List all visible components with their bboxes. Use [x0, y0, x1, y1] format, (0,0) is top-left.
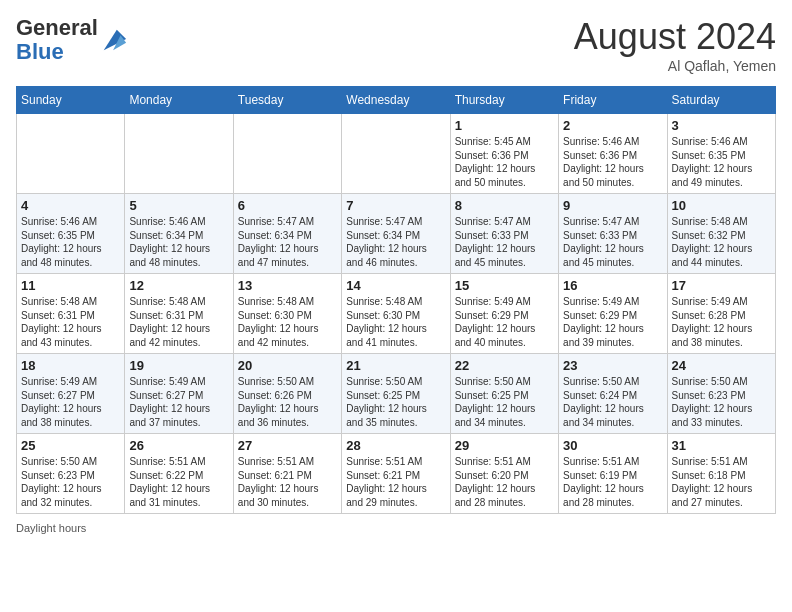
- day-cell-10: 7Sunrise: 5:47 AM Sunset: 6:34 PM Daylig…: [342, 194, 450, 274]
- day-number: 14: [346, 278, 445, 293]
- day-cell-32: 29Sunrise: 5:51 AM Sunset: 6:20 PM Dayli…: [450, 434, 558, 514]
- day-info: Sunrise: 5:51 AM Sunset: 6:18 PM Dayligh…: [672, 455, 771, 509]
- day-info: Sunrise: 5:46 AM Sunset: 6:36 PM Dayligh…: [563, 135, 662, 189]
- day-number: 17: [672, 278, 771, 293]
- day-info: Sunrise: 5:48 AM Sunset: 6:31 PM Dayligh…: [21, 295, 120, 349]
- day-number: 10: [672, 198, 771, 213]
- day-number: 8: [455, 198, 554, 213]
- day-number: 26: [129, 438, 228, 453]
- weekday-header-row: SundayMondayTuesdayWednesdayThursdayFrid…: [17, 87, 776, 114]
- day-info: Sunrise: 5:51 AM Sunset: 6:21 PM Dayligh…: [238, 455, 337, 509]
- day-info: Sunrise: 5:50 AM Sunset: 6:23 PM Dayligh…: [672, 375, 771, 429]
- day-info: Sunrise: 5:50 AM Sunset: 6:23 PM Dayligh…: [21, 455, 120, 509]
- day-cell-34: 31Sunrise: 5:51 AM Sunset: 6:18 PM Dayli…: [667, 434, 775, 514]
- day-cell-22: 19Sunrise: 5:49 AM Sunset: 6:27 PM Dayli…: [125, 354, 233, 434]
- day-info: Sunrise: 5:47 AM Sunset: 6:33 PM Dayligh…: [455, 215, 554, 269]
- day-cell-11: 8Sunrise: 5:47 AM Sunset: 6:33 PM Daylig…: [450, 194, 558, 274]
- week-row-3: 11Sunrise: 5:48 AM Sunset: 6:31 PM Dayli…: [17, 274, 776, 354]
- day-info: Sunrise: 5:48 AM Sunset: 6:31 PM Dayligh…: [129, 295, 228, 349]
- day-cell-28: 25Sunrise: 5:50 AM Sunset: 6:23 PM Dayli…: [17, 434, 125, 514]
- day-number: 19: [129, 358, 228, 373]
- day-info: Sunrise: 5:49 AM Sunset: 6:29 PM Dayligh…: [563, 295, 662, 349]
- day-info: Sunrise: 5:47 AM Sunset: 6:34 PM Dayligh…: [238, 215, 337, 269]
- day-cell-4: 1Sunrise: 5:45 AM Sunset: 6:36 PM Daylig…: [450, 114, 558, 194]
- day-cell-14: 11Sunrise: 5:48 AM Sunset: 6:31 PM Dayli…: [17, 274, 125, 354]
- day-info: Sunrise: 5:51 AM Sunset: 6:20 PM Dayligh…: [455, 455, 554, 509]
- day-number: 22: [455, 358, 554, 373]
- day-cell-7: 4Sunrise: 5:46 AM Sunset: 6:35 PM Daylig…: [17, 194, 125, 274]
- day-cell-26: 23Sunrise: 5:50 AM Sunset: 6:24 PM Dayli…: [559, 354, 667, 434]
- day-number: 15: [455, 278, 554, 293]
- logo-icon: [100, 26, 128, 54]
- weekday-monday: Monday: [125, 87, 233, 114]
- day-info: Sunrise: 5:48 AM Sunset: 6:32 PM Dayligh…: [672, 215, 771, 269]
- logo-general: General: [16, 15, 98, 40]
- day-info: Sunrise: 5:47 AM Sunset: 6:34 PM Dayligh…: [346, 215, 445, 269]
- footer-note: Daylight hours: [16, 522, 776, 534]
- day-number: 28: [346, 438, 445, 453]
- week-row-5: 25Sunrise: 5:50 AM Sunset: 6:23 PM Dayli…: [17, 434, 776, 514]
- day-number: 25: [21, 438, 120, 453]
- day-number: 2: [563, 118, 662, 133]
- day-number: 1: [455, 118, 554, 133]
- day-number: 16: [563, 278, 662, 293]
- day-cell-25: 22Sunrise: 5:50 AM Sunset: 6:25 PM Dayli…: [450, 354, 558, 434]
- day-number: 27: [238, 438, 337, 453]
- day-number: 12: [129, 278, 228, 293]
- day-info: Sunrise: 5:51 AM Sunset: 6:19 PM Dayligh…: [563, 455, 662, 509]
- day-cell-9: 6Sunrise: 5:47 AM Sunset: 6:34 PM Daylig…: [233, 194, 341, 274]
- day-info: Sunrise: 5:48 AM Sunset: 6:30 PM Dayligh…: [238, 295, 337, 349]
- day-number: 18: [21, 358, 120, 373]
- day-cell-1: [125, 114, 233, 194]
- title-block: August 2024 Al Qaflah, Yemen: [574, 16, 776, 74]
- day-info: Sunrise: 5:50 AM Sunset: 6:25 PM Dayligh…: [455, 375, 554, 429]
- day-number: 21: [346, 358, 445, 373]
- day-cell-20: 17Sunrise: 5:49 AM Sunset: 6:28 PM Dayli…: [667, 274, 775, 354]
- calendar-table: SundayMondayTuesdayWednesdayThursdayFrid…: [16, 86, 776, 514]
- day-info: Sunrise: 5:50 AM Sunset: 6:26 PM Dayligh…: [238, 375, 337, 429]
- day-number: 24: [672, 358, 771, 373]
- day-number: 7: [346, 198, 445, 213]
- weekday-tuesday: Tuesday: [233, 87, 341, 114]
- day-cell-17: 14Sunrise: 5:48 AM Sunset: 6:30 PM Dayli…: [342, 274, 450, 354]
- day-number: 3: [672, 118, 771, 133]
- day-info: Sunrise: 5:46 AM Sunset: 6:34 PM Dayligh…: [129, 215, 228, 269]
- weekday-thursday: Thursday: [450, 87, 558, 114]
- day-info: Sunrise: 5:49 AM Sunset: 6:27 PM Dayligh…: [21, 375, 120, 429]
- day-info: Sunrise: 5:46 AM Sunset: 6:35 PM Dayligh…: [672, 135, 771, 189]
- day-cell-33: 30Sunrise: 5:51 AM Sunset: 6:19 PM Dayli…: [559, 434, 667, 514]
- logo-blue: Blue: [16, 39, 64, 64]
- weekday-friday: Friday: [559, 87, 667, 114]
- week-row-2: 4Sunrise: 5:46 AM Sunset: 6:35 PM Daylig…: [17, 194, 776, 274]
- weekday-saturday: Saturday: [667, 87, 775, 114]
- day-cell-8: 5Sunrise: 5:46 AM Sunset: 6:34 PM Daylig…: [125, 194, 233, 274]
- day-number: 29: [455, 438, 554, 453]
- day-number: 9: [563, 198, 662, 213]
- day-cell-30: 27Sunrise: 5:51 AM Sunset: 6:21 PM Dayli…: [233, 434, 341, 514]
- day-info: Sunrise: 5:47 AM Sunset: 6:33 PM Dayligh…: [563, 215, 662, 269]
- day-cell-12: 9Sunrise: 5:47 AM Sunset: 6:33 PM Daylig…: [559, 194, 667, 274]
- day-number: 4: [21, 198, 120, 213]
- day-number: 6: [238, 198, 337, 213]
- day-info: Sunrise: 5:48 AM Sunset: 6:30 PM Dayligh…: [346, 295, 445, 349]
- day-cell-27: 24Sunrise: 5:50 AM Sunset: 6:23 PM Dayli…: [667, 354, 775, 434]
- day-cell-15: 12Sunrise: 5:48 AM Sunset: 6:31 PM Dayli…: [125, 274, 233, 354]
- day-number: 20: [238, 358, 337, 373]
- location: Al Qaflah, Yemen: [574, 58, 776, 74]
- day-info: Sunrise: 5:45 AM Sunset: 6:36 PM Dayligh…: [455, 135, 554, 189]
- weekday-sunday: Sunday: [17, 87, 125, 114]
- page-header: General Blue August 2024 Al Qaflah, Yeme…: [16, 16, 776, 74]
- day-cell-23: 20Sunrise: 5:50 AM Sunset: 6:26 PM Dayli…: [233, 354, 341, 434]
- day-cell-31: 28Sunrise: 5:51 AM Sunset: 6:21 PM Dayli…: [342, 434, 450, 514]
- day-info: Sunrise: 5:51 AM Sunset: 6:22 PM Dayligh…: [129, 455, 228, 509]
- day-cell-5: 2Sunrise: 5:46 AM Sunset: 6:36 PM Daylig…: [559, 114, 667, 194]
- week-row-4: 18Sunrise: 5:49 AM Sunset: 6:27 PM Dayli…: [17, 354, 776, 434]
- day-cell-18: 15Sunrise: 5:49 AM Sunset: 6:29 PM Dayli…: [450, 274, 558, 354]
- day-cell-19: 16Sunrise: 5:49 AM Sunset: 6:29 PM Dayli…: [559, 274, 667, 354]
- day-number: 31: [672, 438, 771, 453]
- day-number: 11: [21, 278, 120, 293]
- week-row-1: 1Sunrise: 5:45 AM Sunset: 6:36 PM Daylig…: [17, 114, 776, 194]
- month-title: August 2024: [574, 16, 776, 58]
- day-info: Sunrise: 5:49 AM Sunset: 6:29 PM Dayligh…: [455, 295, 554, 349]
- day-number: 13: [238, 278, 337, 293]
